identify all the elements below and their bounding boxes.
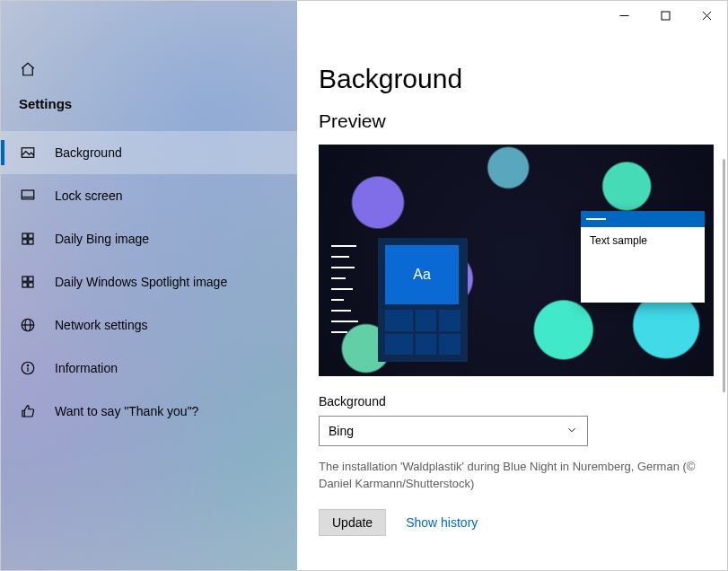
preview-tiles: Aa <box>378 238 468 362</box>
preview-tile-aa: Aa <box>385 245 459 304</box>
maximize-button[interactable] <box>645 1 686 30</box>
preview-window-text: Text sample <box>581 227 705 254</box>
monitor-icon <box>19 187 37 205</box>
sidebar-item-label: Network settings <box>55 318 147 332</box>
home-icon <box>19 60 37 78</box>
home-button[interactable] <box>1 55 297 83</box>
svg-rect-1 <box>22 190 34 199</box>
preview-ticks <box>326 245 369 344</box>
grid-icon <box>19 273 37 291</box>
svg-rect-3 <box>29 233 33 238</box>
scrollbar-thumb[interactable] <box>723 159 725 392</box>
svg-rect-16 <box>662 12 670 20</box>
background-preview: Aa Text sample <box>319 145 714 376</box>
thumbs-up-icon <box>19 402 37 420</box>
sidebar-item-daily-bing[interactable]: Daily Bing image <box>1 217 297 260</box>
background-select-value: Bing <box>329 424 354 438</box>
chevron-down-icon <box>566 424 578 439</box>
svg-rect-5 <box>29 240 33 244</box>
background-field-label: Background <box>319 394 711 408</box>
preview-window-titlebar <box>581 211 705 227</box>
sidebar-nav: Background Lock screen Daily Bing ima <box>1 131 297 433</box>
update-button[interactable]: Update <box>319 509 386 536</box>
preview-start-menu: Aa <box>326 238 468 371</box>
sidebar-item-daily-spotlight[interactable]: Daily Windows Spotlight image <box>1 260 297 303</box>
sidebar-item-lock-screen[interactable]: Lock screen <box>1 174 297 217</box>
picture-icon <box>19 144 37 162</box>
svg-rect-6 <box>22 277 27 281</box>
sidebar-item-label: Background <box>55 145 122 160</box>
svg-rect-8 <box>22 283 27 287</box>
sidebar-item-label: Lock screen <box>55 189 122 203</box>
sidebar-item-label: Daily Bing image <box>55 232 149 246</box>
page-title: Background <box>319 64 711 94</box>
show-history-link[interactable]: Show history <box>406 515 478 530</box>
sidebar-item-information[interactable]: Information <box>1 347 297 390</box>
app-window: Settings Background Lock screen <box>0 0 728 571</box>
sidebar-item-label: Want to say "Thank you"? <box>55 404 198 418</box>
sidebar-title: Settings <box>1 83 297 131</box>
svg-rect-9 <box>29 283 33 287</box>
preview-heading: Preview <box>319 110 711 132</box>
svg-rect-4 <box>22 240 27 244</box>
main-content: Background Preview Aa <box>297 1 727 570</box>
sidebar-item-thank-you[interactable]: Want to say "Thank you"? <box>1 390 297 433</box>
sidebar-item-label: Information <box>55 361 118 375</box>
grid-icon <box>19 230 37 248</box>
sidebar-item-network[interactable]: Network settings <box>1 303 297 347</box>
info-icon <box>19 359 37 377</box>
globe-icon <box>19 316 37 334</box>
action-row: Update Show history <box>319 509 711 536</box>
svg-rect-7 <box>29 277 33 281</box>
sidebar-item-background[interactable]: Background <box>1 131 297 174</box>
svg-rect-2 <box>22 233 27 238</box>
image-caption: The installation 'Waldplastik' during Bl… <box>319 459 711 493</box>
minimize-button[interactable] <box>603 1 645 30</box>
window-controls <box>603 1 727 30</box>
sidebar: Settings Background Lock screen <box>1 1 297 570</box>
close-button[interactable] <box>686 1 727 30</box>
svg-point-14 <box>27 365 28 365</box>
preview-sample-window: Text sample <box>581 211 705 303</box>
sidebar-item-label: Daily Windows Spotlight image <box>55 275 227 289</box>
background-select[interactable]: Bing <box>319 416 588 446</box>
